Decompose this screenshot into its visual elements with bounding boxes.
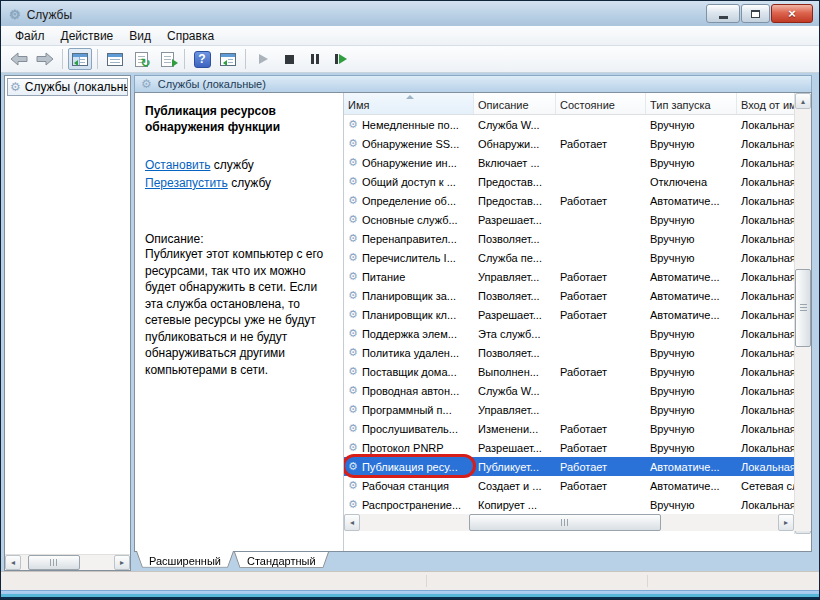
restart-service-link[interactable]: Перезапустить [145, 176, 228, 190]
list-horizontal-scrollbar[interactable]: ◂ ▸ [344, 514, 794, 531]
service-gear-icon: ⚙ [348, 194, 358, 207]
close-button[interactable]: × [771, 4, 813, 23]
table-row[interactable]: ⚙Программный п... Управляет... Вручную Л… [344, 400, 794, 419]
forward-arrow-icon[interactable] [33, 48, 57, 70]
restart-service-line: Перезапустить службу [145, 175, 333, 192]
list-header: Имя Описание Состояние Тип запуска Вход … [344, 93, 811, 115]
list-vscroll-thumb[interactable] [795, 269, 811, 347]
restore-button[interactable] [741, 4, 770, 23]
service-gear-icon: ⚙ [348, 346, 358, 359]
stop-service-suffix: службу [211, 158, 254, 172]
title-bar[interactable]: ⚙ Службы × [1, 1, 819, 26]
scroll-right-icon[interactable]: ▸ [114, 555, 130, 570]
services-header-icon: ⚙ [141, 77, 152, 91]
menu-help[interactable]: Справка [159, 27, 222, 45]
tab-extended[interactable]: Расширенный [136, 551, 234, 570]
service-gear-icon: ⚙ [348, 460, 358, 473]
service-gear-icon: ⚙ [348, 422, 358, 435]
back-arrow-icon[interactable] [7, 48, 31, 70]
service-gear-icon: ⚙ [348, 213, 358, 226]
list-vertical-scrollbar[interactable]: ▴ ▾ [794, 93, 811, 534]
console-tree-panel: ⚙ Службы (локальные) ◂ ▸ [4, 75, 131, 571]
service-gear-icon: ⚙ [348, 479, 358, 492]
column-header-description[interactable]: Описание [474, 93, 556, 114]
description-label: Описание: [145, 232, 333, 246]
table-row[interactable]: ⚙Обнаружение SS... Обнаружи... Работает … [344, 134, 794, 153]
extended-view-icon[interactable] [216, 48, 240, 70]
table-row[interactable]: ⚙Поддержка элем... Эта служб... Вручную … [344, 324, 794, 343]
table-row[interactable]: ⚙Политика удален... Позволяет... Вручную… [344, 343, 794, 362]
list-hscroll-thumb[interactable] [469, 514, 661, 531]
table-row[interactable]: ⚙Немедленные по... Служба W... Вручную Л… [344, 115, 794, 134]
service-gear-icon: ⚙ [348, 251, 358, 264]
stop-service-link[interactable]: Остановить [145, 158, 211, 172]
service-gear-icon: ⚙ [348, 175, 358, 188]
tab-standard[interactable]: Стандартный [234, 552, 329, 570]
restart-service-icon[interactable] [329, 48, 353, 70]
service-gear-icon: ⚙ [348, 384, 358, 397]
scroll-right-icon[interactable]: ▸ [778, 514, 794, 531]
service-gear-icon: ⚙ [348, 403, 358, 416]
table-row[interactable]: ⚙Определение об... Предостав... Работает… [344, 191, 794, 210]
column-header-startup-type[interactable]: Тип запуска [646, 93, 737, 114]
services-window: ⚙ Службы × Файл Действие Вид Справка ↻ [0, 0, 820, 600]
toolbar-separator [184, 49, 185, 69]
table-row[interactable]: ⚙Перенаправител... Позволяет... Вручную … [344, 229, 794, 248]
scroll-up-icon[interactable]: ▴ [795, 93, 811, 109]
close-icon: × [788, 7, 796, 20]
help-icon[interactable]: ? [190, 48, 214, 70]
table-row[interactable]: ⚙Протокол PNRP Разрешает... Работает Вру… [344, 438, 794, 457]
service-gear-icon: ⚙ [348, 308, 358, 321]
table-row[interactable]: ⚙Рабочая станция Создает и ... Работает … [344, 476, 794, 495]
service-rows: ⚙Немедленные по... Служба W... Вручную Л… [344, 115, 794, 514]
restore-icon [751, 10, 760, 18]
main-area: ⚙ Службы (локальные) ◂ ▸ ⚙ Службы (локал… [1, 73, 819, 571]
show-console-tree-icon[interactable] [68, 48, 92, 70]
start-service-icon[interactable] [251, 48, 275, 70]
properties-icon[interactable] [103, 48, 127, 70]
menu-file[interactable]: Файл [7, 27, 53, 45]
table-row[interactable]: ⚙Обнаружение ин... Включает ... Вручную … [344, 153, 794, 172]
export-list-icon[interactable] [155, 48, 179, 70]
table-row[interactable]: ⚙Перечислитель I... Служба пе... Вручную… [344, 248, 794, 267]
menu-action[interactable]: Действие [53, 27, 122, 45]
toolbar-separator [97, 49, 98, 69]
column-header-name[interactable]: Имя [344, 93, 474, 114]
table-row[interactable]: ⚙Планировщик кл... Разрешает... Работает… [344, 305, 794, 324]
column-header-status[interactable]: Состояние [556, 93, 646, 114]
selected-service-title: Публикация ресурсов обнаружения функции [145, 103, 325, 135]
table-row[interactable]: ⚙Планировщик за... Позволяет... Работает… [344, 286, 794, 305]
pause-service-icon[interactable] [303, 48, 327, 70]
scrollbar-corner [794, 514, 811, 531]
stop-service-line: Остановить службу [145, 157, 333, 174]
table-row[interactable]: ⚙Поставщик дома... Выполнен... Работает … [344, 362, 794, 381]
services-pane-header: ⚙ Службы (локальные) [134, 75, 812, 92]
table-row[interactable]: ⚙Проводная автон... Служба W... Вручную … [344, 381, 794, 400]
table-row[interactable]: ⚙Основные служб... Разрешает... Вручную … [344, 210, 794, 229]
table-row[interactable]: ⚙Питание Управляет... Работает Автоматич… [344, 267, 794, 286]
service-gear-icon: ⚙ [348, 118, 358, 131]
services-list: Имя Описание Состояние Тип запуска Вход … [344, 93, 811, 551]
table-row[interactable]: ⚙Прослушиватель... Изменени... Работает … [344, 419, 794, 438]
minimize-button[interactable] [706, 4, 740, 23]
table-row[interactable]: ⚙Распространение... Копирует ... Вручную… [344, 495, 794, 514]
stop-service-icon[interactable] [277, 48, 301, 70]
tree-item-services[interactable]: ⚙ Службы (локальные) [7, 78, 128, 96]
service-description-panel: Публикация ресурсов обнаружения функции … [135, 93, 344, 551]
table-row[interactable]: ⚙Публикация ресу... Публикует... Работае… [344, 457, 794, 476]
service-gear-icon: ⚙ [348, 289, 358, 302]
table-row[interactable]: ⚙Общий доступ к ... Предостав... Отключе… [344, 172, 794, 191]
services-node-icon: ⚙ [10, 80, 21, 94]
tree-hscroll-thumb[interactable] [28, 555, 79, 570]
restart-service-suffix: службу [228, 176, 271, 190]
sort-asc-icon [406, 95, 414, 99]
toolbar-separator [62, 49, 63, 69]
scroll-left-icon[interactable]: ◂ [5, 555, 21, 570]
service-gear-icon: ⚙ [348, 270, 358, 283]
menu-view[interactable]: Вид [121, 27, 159, 45]
refresh-icon[interactable]: ↻ [129, 48, 153, 70]
service-gear-icon: ⚙ [348, 232, 358, 245]
column-header-logon-as[interactable]: Вход от имени [737, 93, 794, 114]
scroll-left-icon[interactable]: ◂ [344, 514, 360, 531]
tree-horizontal-scrollbar[interactable]: ◂ ▸ [5, 554, 130, 570]
